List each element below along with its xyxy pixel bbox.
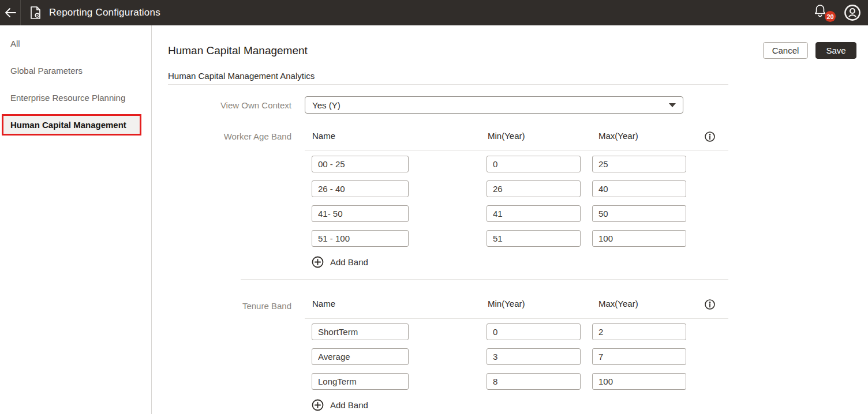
save-button[interactable]: Save [815, 42, 856, 59]
tb-row3-name-input[interactable] [312, 373, 409, 390]
wab-add-band-button[interactable]: Add Band [312, 256, 368, 268]
tb-row1-max-input[interactable] [592, 323, 686, 340]
tb-row2-name-input[interactable] [312, 348, 409, 365]
tb-add-band-button[interactable]: Add Band [312, 399, 368, 411]
wab-row1-name-input[interactable] [312, 156, 409, 172]
notification-badge: 20 [825, 11, 836, 22]
tb-col-name: Name [312, 299, 335, 308]
tb-row2-min-input[interactable] [487, 348, 581, 365]
wab-row3-min-input[interactable] [487, 205, 581, 222]
tb-row1-min-input[interactable] [487, 323, 581, 340]
tb-row1-name-input[interactable] [312, 323, 409, 340]
chevron-down-icon [669, 103, 676, 107]
back-arrow-icon [5, 8, 16, 17]
sidebar-item-human-capital-management[interactable]: Human Capital Management [2, 114, 141, 136]
tb-col-min: Min(Year) [488, 299, 525, 308]
view-own-context-label: View Own Context [168, 96, 291, 114]
wab-row2-name-input[interactable] [312, 180, 409, 197]
topbar-actions: 20 [813, 3, 868, 22]
tb-row3-min-input[interactable] [487, 373, 581, 390]
topbar-divider [20, 0, 21, 25]
wab-row2-min-input[interactable] [487, 180, 581, 197]
wab-row1-min-input[interactable] [487, 156, 581, 172]
top-app-bar: Reporting Configurations 20 [0, 0, 868, 25]
wab-col-max: Max(Year) [598, 131, 638, 141]
cancel-button[interactable]: Cancel [763, 42, 808, 59]
category-sidebar: All Global Parameters Enterprise Resourc… [0, 25, 152, 414]
tb-header-divider [305, 318, 728, 319]
page-title: Human Capital Management [168, 44, 308, 57]
main-content: Human Capital Management Cancel Save Hum… [152, 25, 868, 414]
wab-col-name: Name [312, 131, 335, 141]
view-own-context-value: Yes (Y) [312, 100, 341, 110]
app-title: Reporting Configurations [49, 7, 160, 18]
add-circle-icon [312, 256, 324, 268]
view-own-context-select[interactable]: Yes (Y) [305, 96, 683, 114]
section-divider [168, 84, 728, 85]
sidebar-item-all[interactable]: All [0, 30, 151, 57]
tb-row2-max-input[interactable] [592, 348, 686, 365]
wab-row1-max-input[interactable] [592, 156, 686, 172]
wab-row3-max-input[interactable] [592, 205, 686, 222]
wab-add-band-label: Add Band [330, 257, 368, 267]
notifications-button[interactable]: 20 [813, 3, 832, 22]
worker-age-band-label: Worker Age Band [168, 129, 291, 144]
wab-info-button[interactable] [704, 131, 716, 142]
sidebar-item-global-parameters[interactable]: Global Parameters [0, 57, 151, 84]
wab-row4-min-input[interactable] [487, 230, 581, 247]
tb-col-max: Max(Year) [598, 299, 638, 308]
reporting-configurations-page: Reporting Configurations 20 All Global P… [0, 0, 868, 414]
wab-header-divider [305, 150, 728, 151]
avatar-icon [844, 4, 861, 21]
wab-row2-max-input[interactable] [592, 180, 686, 197]
wab-row4-name-input[interactable] [312, 230, 409, 247]
tb-add-band-label: Add Band [330, 400, 368, 410]
tb-row3-max-input[interactable] [592, 373, 686, 390]
back-button[interactable] [0, 0, 20, 25]
wab-row3-name-input[interactable] [312, 205, 409, 222]
info-icon [704, 299, 716, 310]
tenure-band-label: Tenure Band [168, 298, 291, 313]
analytics-section-title: Human Capital Management Analytics [168, 71, 315, 81]
tb-info-button[interactable] [704, 299, 716, 310]
info-icon [704, 131, 716, 142]
add-circle-icon [312, 399, 324, 411]
report-document-icon [30, 6, 41, 19]
band-section-divider [241, 279, 728, 280]
wab-col-min: Min(Year) [488, 131, 525, 141]
wab-row4-max-input[interactable] [592, 230, 686, 247]
sidebar-item-enterprise-resource-planning[interactable]: Enterprise Resource Planning [0, 84, 151, 111]
user-menu-button[interactable] [843, 3, 862, 22]
